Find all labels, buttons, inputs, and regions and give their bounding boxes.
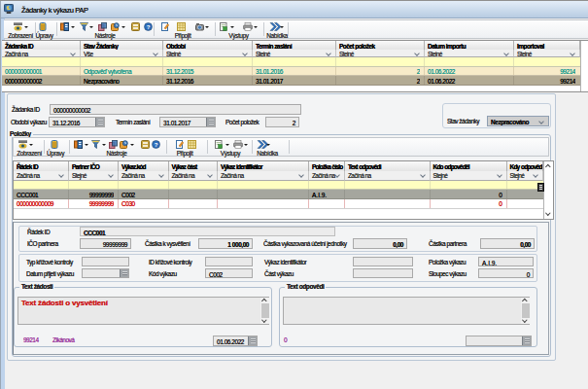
svg-text:?: ?: [155, 142, 158, 148]
svg-text:?: ?: [146, 24, 150, 30]
